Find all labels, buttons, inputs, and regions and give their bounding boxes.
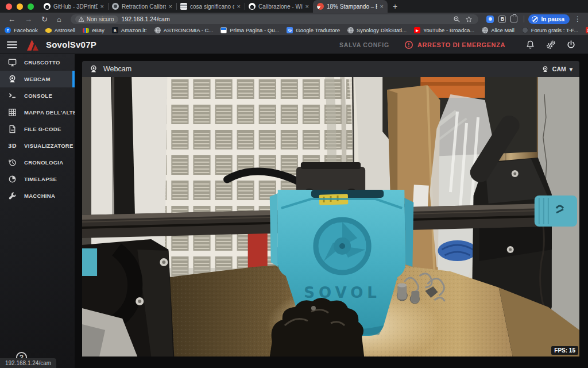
bookmark-astronomia[interactable]: ASTRONOMIA - C... bbox=[154, 27, 214, 33]
svg-text:3D: 3D bbox=[8, 143, 17, 149]
sidebar-item-timelapse[interactable]: TIMELAPSE bbox=[0, 171, 75, 187]
notifications-button[interactable] bbox=[525, 40, 535, 49]
bookmark-label: ASTRONOMIA - C... bbox=[164, 27, 214, 33]
bookmark-label: Alice Mail bbox=[491, 27, 514, 33]
browser-tab-github[interactable]: GitHub - 3DPrintDemon/Dem × bbox=[40, 0, 108, 13]
tabs: GitHub - 3DPrintDemon/Dem × Retraction C… bbox=[40, 0, 403, 13]
address-bar[interactable]: Non sicuro 192.168.1.24/cam bbox=[71, 14, 479, 24]
bookmark-astrosell[interactable]: Astrosell bbox=[45, 27, 75, 33]
tab-close-icon[interactable]: × bbox=[100, 3, 104, 10]
bookmark-facebook[interactable]: fFacebook bbox=[5, 27, 38, 33]
youtube-icon: ▶ bbox=[414, 27, 420, 33]
sidebar-item-console[interactable]: CONSOLE bbox=[0, 87, 75, 104]
sidebar-item-cruscotto[interactable]: CRUSCOTTO bbox=[0, 54, 75, 71]
sidebar-item-history[interactable]: CRONOLOGIA bbox=[0, 154, 75, 171]
browser-tab-riccioli[interactable]: cosa significano quei riccioli × bbox=[176, 0, 245, 13]
bookmark-riviera24[interactable]: 24Riviera24.it bbox=[586, 27, 588, 33]
window-zoom-button[interactable] bbox=[28, 3, 34, 10]
menu-icon[interactable] bbox=[7, 41, 17, 48]
browser-menu-icon[interactable]: ⋮ bbox=[572, 15, 583, 23]
webcam-panel-header: Webcam CAM ▾ bbox=[82, 61, 579, 77]
clipboard-extension-icon[interactable] bbox=[510, 16, 517, 22]
sidebar-item-label: TIMELAPSE bbox=[24, 176, 57, 182]
sidebar-item-label: CRONOLOGIA bbox=[24, 159, 63, 166]
sidebar-item-heightmap[interactable]: MAPPA DELL'ALTEZZA bbox=[0, 104, 75, 121]
bookmark-forum-gratis[interactable]: Forum gratis : T-F... bbox=[522, 27, 578, 33]
astrosell-icon bbox=[45, 28, 52, 33]
bookmark-alice-mail[interactable]: Alice Mail bbox=[482, 27, 514, 33]
bookmark-label: Facebook bbox=[14, 27, 38, 33]
camera-selector[interactable]: CAM ▾ bbox=[541, 66, 572, 73]
bookmark-label: Synology DiskStati... bbox=[357, 27, 407, 33]
window-close-button[interactable] bbox=[6, 3, 12, 10]
sidebar-item-label: WEBCAM bbox=[24, 76, 51, 82]
tool-favicon-icon bbox=[112, 3, 119, 10]
sidebar-item-gcode-viewer[interactable]: 3D VISUALIZZATORE G-C... bbox=[0, 137, 75, 154]
bookmark-amazon[interactable]: aAmazon.it: bbox=[112, 27, 147, 33]
webcam-icon bbox=[89, 64, 98, 74]
document-favicon-icon bbox=[180, 3, 187, 10]
window-minimize-button[interactable] bbox=[17, 3, 23, 10]
browser-tab-calibrazione[interactable]: Calibrazione - Wiki SoftFever × bbox=[245, 0, 313, 13]
tab-close-icon[interactable]: × bbox=[237, 3, 241, 10]
bookmark-star-icon[interactable] bbox=[465, 16, 473, 23]
sync-paused-button[interactable]: In pausa bbox=[528, 14, 570, 24]
bookmark-youtube[interactable]: ▶YouTube - Broadca... bbox=[414, 27, 474, 33]
webcam-photo: SOVOL bbox=[82, 77, 579, 356]
app-header: SovolSv07P SALVA CONFIG ARRESTO DI EMERG… bbox=[0, 36, 588, 54]
save-config-button[interactable]: SALVA CONFIG bbox=[339, 41, 389, 48]
console-icon bbox=[7, 91, 18, 101]
emergency-stop-button[interactable]: ARRESTO DI EMERGENZA bbox=[404, 40, 505, 49]
sidebar-item-webcam[interactable]: WEBCAM bbox=[0, 71, 75, 87]
heightmap-grid-icon bbox=[7, 108, 18, 117]
bookmark-label: Google Traduttore bbox=[296, 27, 340, 33]
divider bbox=[524, 16, 524, 22]
riviera24-icon: 24 bbox=[586, 27, 588, 33]
sidebar-item-gcode-files[interactable]: FILE G-CODE bbox=[0, 121, 75, 137]
globe-icon bbox=[482, 27, 488, 33]
mainsail-logo-icon[interactable] bbox=[25, 39, 40, 51]
blue-extension-icon[interactable] bbox=[486, 16, 494, 23]
zoom-icon[interactable] bbox=[453, 16, 461, 23]
extensions: B bbox=[486, 16, 517, 23]
sidebar-item-label: MACCHINA bbox=[24, 193, 55, 199]
paused-profile-icon bbox=[532, 16, 538, 22]
dashboard-icon bbox=[7, 57, 18, 67]
screen: GitHub - 3DPrintDemon/Dem × Retraction C… bbox=[0, 0, 588, 368]
sidebar-item-machine[interactable]: MACCHINA bbox=[0, 187, 75, 204]
printer-title: SovolSv07P bbox=[46, 40, 96, 49]
reload-icon[interactable]: ↻ bbox=[38, 16, 51, 23]
b-extension-icon[interactable]: B bbox=[498, 16, 506, 23]
status-bubble: 192.168.1.24/cam bbox=[0, 358, 56, 368]
history-clock-icon bbox=[7, 158, 18, 167]
print-progress-pie-icon bbox=[317, 3, 324, 10]
back-icon[interactable]: ← bbox=[5, 16, 19, 23]
webcam-icon bbox=[7, 74, 18, 84]
home-icon[interactable]: ⌂ bbox=[53, 16, 65, 23]
settings-button[interactable] bbox=[546, 40, 556, 50]
bookmark-ebay[interactable]: eBay bbox=[83, 27, 105, 33]
browser-tab-active-printing[interactable]: 18% Stampando – ETA: 02:0 × bbox=[313, 0, 388, 13]
sidebar: CRUSCOTTO WEBCAM CONSOLE MAPPA DELL'ALTE… bbox=[0, 54, 75, 368]
power-button[interactable] bbox=[566, 40, 576, 49]
webcam-stream: SOVOL bbox=[82, 77, 579, 356]
webcam-icon bbox=[541, 66, 549, 73]
timelapse-icon bbox=[7, 174, 18, 184]
alert-circle-icon bbox=[404, 40, 413, 49]
webcam-panel: Webcam CAM ▾ bbox=[82, 61, 579, 356]
tab-close-icon[interactable]: × bbox=[305, 3, 309, 10]
main-content: Webcam CAM ▾ bbox=[75, 54, 588, 368]
browser-tab-retraction[interactable]: Retraction Calibration Tool × bbox=[108, 0, 176, 13]
bookmark-google-traduttore[interactable]: GGoogle Traduttore bbox=[287, 27, 340, 33]
sidebar-item-label: CONSOLE bbox=[24, 93, 52, 99]
bookmark-synology[interactable]: Synology DiskStati... bbox=[347, 27, 407, 33]
tab-close-icon[interactable]: × bbox=[169, 3, 172, 10]
security-chip[interactable]: Non sicuro bbox=[75, 16, 118, 23]
camera-selector-label: CAM bbox=[552, 66, 566, 72]
tab-close-icon[interactable]: × bbox=[380, 3, 384, 10]
file-icon bbox=[7, 124, 18, 134]
ebay-icon bbox=[83, 28, 89, 33]
new-tab-button[interactable]: + bbox=[388, 0, 403, 13]
forward-icon[interactable]: → bbox=[21, 16, 36, 23]
bookmark-prima-pagina[interactable]: Prima Pagina - Qu... bbox=[220, 27, 279, 33]
